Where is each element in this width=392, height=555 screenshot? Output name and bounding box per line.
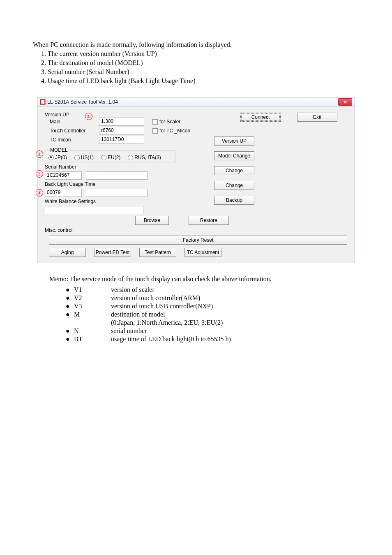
tc-adjustment-button[interactable]: TC Adjustment [184,248,221,257]
def-desc-bt: usage time of LED back light(0 h to 6553… [111,335,367,343]
def-desc-m: destination of model [111,311,367,318]
model-rus-label: RUS, ITA(3) [134,155,161,160]
def-key-v2: V2 [74,294,111,302]
annotation-2: ② [36,150,43,158]
bullet-icon: ● [66,286,74,294]
touch-controller-field: r6760 [99,127,144,135]
window-title: LL-S201A Service Tool Ver. 1.04 [47,99,118,105]
bullet-icon: ● [66,303,74,310]
model-eu-radio[interactable]: EU(2) [101,155,120,160]
def-key-n: N [74,327,111,335]
serial-change-button[interactable]: Change [214,166,254,175]
model-jp-label: JP(0) [55,155,67,160]
version-up-button[interactable]: Version UP [214,136,254,146]
white-balance-label: White Balance Settings [45,199,347,204]
white-balance-path-input[interactable] [45,206,143,214]
model-us-label: US(1) [81,155,94,160]
touch-controller-label: Touch Controller [45,128,99,134]
tc-micon-field: 130117D0 [99,136,144,144]
factory-reset-button[interactable]: Factory Reset [49,236,347,245]
svg-rect-1 [41,100,44,104]
for-scaler-label: for Scaler [159,119,180,125]
test-pattern-button[interactable]: Test Pattern [139,248,176,257]
model-eu-label: EU(2) [108,155,120,160]
serial-number-input[interactable] [86,171,148,180]
def-desc-m2: (0:Japan, 1:North America, 2:EU, 3:EU(2) [111,319,367,326]
intro-text: When PC connection is made normally, fol… [33,41,367,49]
browse-button[interactable]: Browse [135,216,169,225]
blut-value: 00079 [45,189,82,197]
blut-label: Back Light Usage Time [45,181,347,187]
version-up-label: Version UP [45,112,240,118]
model-legend: MODEL [48,147,69,153]
bullet-icon: ● [66,335,74,343]
def-key-bt: BT [74,335,111,343]
list-item-2: 2. The destination of model (MODEL) [41,59,367,67]
titlebar: LL-S201A Service Tool Ver. 1.04 ✕ [37,97,355,107]
list-item-4: 4. Usage time of LED back light (Back Li… [41,77,367,85]
bullet-icon: ● [66,311,74,318]
for-tc-micon-checkbox[interactable] [152,128,158,134]
model-us-radio[interactable]: US(1) [74,155,94,160]
memo-text: Memo: The service mode of the touch disp… [49,275,343,283]
def-desc-v1: version of scaler [111,286,367,294]
serial-number-value: 1C234567 [45,171,82,180]
main-version-field: 1.300 [99,118,144,126]
def-key-v3: V3 [74,303,111,310]
backup-button[interactable]: Backup [214,196,254,205]
def-desc-v3: version of touch USB controller(NXP) [111,303,367,310]
close-icon[interactable]: ✕ [338,98,352,106]
powerled-test-button[interactable]: PowerLED Test [94,248,131,257]
service-tool-window: LL-S201A Service Tool Ver. 1.04 ✕ ① ② ③ … [37,97,355,263]
def-desc-v2: version of touch controller(ARM) [111,294,367,302]
app-icon [40,99,46,105]
annotation-4: ④ [36,189,43,197]
misc-control-label: Misc. control [45,227,347,233]
def-desc-n: serial number [111,327,367,335]
blut-input[interactable] [86,189,148,197]
blut-change-button[interactable]: Change [214,181,254,190]
def-key-v1: V1 [74,286,111,294]
model-change-button[interactable]: Model Change [214,151,254,160]
list-item-1: 1. The current version number (Version U… [41,50,367,58]
list-item-3: 3. Serial number (Serial Number) [41,68,367,76]
main-label: Main [45,119,99,125]
bullet-icon: ● [66,327,74,335]
model-jp-radio[interactable]: JP(0) [48,155,67,160]
bullet-icon: ● [66,294,74,302]
exit-button[interactable]: Exit [297,113,337,122]
tc-micon-label: TC micon [45,137,99,143]
model-rus-radio[interactable]: RUS, ITA(3) [128,155,161,160]
for-tc-micon-label: for TC _Micon [159,128,190,134]
def-key-m: M [74,311,111,318]
for-scaler-checkbox[interactable] [152,119,158,125]
annotation-3: ③ [36,170,43,178]
aging-button[interactable]: Aging [49,248,86,257]
serial-number-label: Serial Number [45,164,347,170]
restore-button[interactable]: Restore [189,216,229,225]
